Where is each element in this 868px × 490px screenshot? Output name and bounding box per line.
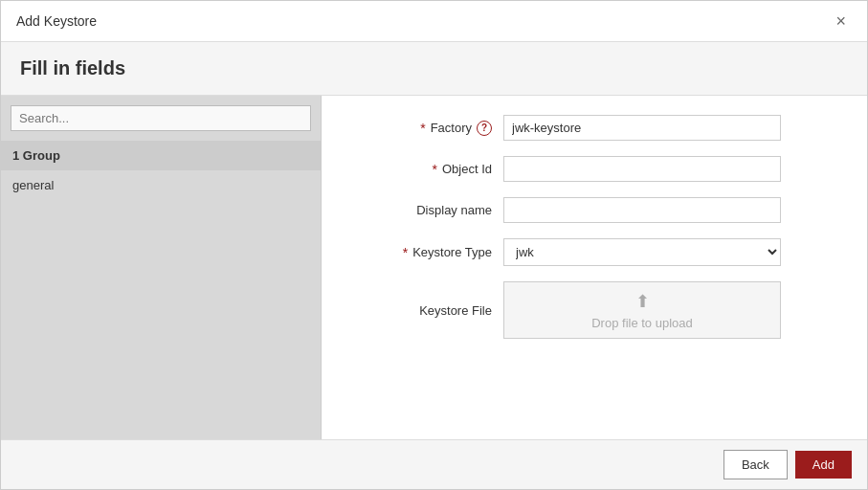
factory-required-star: * — [420, 121, 425, 136]
modal-footer: Back Add — [1, 439, 867, 489]
object-id-required-star: * — [433, 162, 437, 177]
keystore-file-row: Keystore File ⬆ Drop file to upload — [350, 281, 838, 339]
sidebar: 1 Group general — [1, 96, 322, 439]
keystore-type-row: * Keystore Type jwk — [350, 238, 838, 266]
subheader-title: Fill in fields — [20, 57, 848, 79]
factory-info-icon[interactable]: ? — [477, 121, 492, 136]
object-id-row: * Object Id — [350, 156, 838, 182]
content-area: * Factory ? * Object Id Display name — [322, 96, 867, 439]
add-button[interactable]: Add — [795, 451, 852, 479]
keystore-file-label: Keystore File — [350, 303, 503, 318]
keystore-type-select[interactable]: jwk — [503, 238, 781, 266]
display-name-input[interactable] — [503, 197, 781, 223]
search-input[interactable] — [11, 105, 311, 131]
object-id-label: * Object Id — [350, 162, 503, 177]
add-keystore-modal: Add Keystore × Fill in fields 1 Group ge… — [0, 0, 868, 490]
factory-label: * Factory ? — [350, 121, 503, 136]
drop-text: Drop file to upload — [591, 316, 693, 330]
sidebar-item-general[interactable]: general — [1, 170, 321, 200]
modal-header: Add Keystore × — [1, 1, 867, 42]
modal-title: Add Keystore — [16, 13, 97, 29]
object-id-input[interactable] — [503, 156, 781, 182]
back-button[interactable]: Back — [723, 450, 788, 479]
factory-input[interactable] — [503, 115, 781, 141]
modal-body: 1 Group general * Factory ? * Object Id — [1, 96, 867, 439]
display-name-row: Display name — [350, 197, 838, 223]
file-drop-zone[interactable]: ⬆ Drop file to upload — [503, 281, 781, 339]
factory-row: * Factory ? — [350, 115, 838, 141]
modal-subheader: Fill in fields — [1, 42, 867, 96]
close-button[interactable]: × — [830, 11, 852, 32]
keystore-type-required-star: * — [403, 245, 408, 260]
upload-icon: ⬆ — [635, 291, 650, 312]
search-container — [1, 96, 321, 141]
keystore-type-label: * Keystore Type — [350, 245, 503, 260]
group-header: 1 Group — [1, 141, 321, 170]
display-name-label: Display name — [350, 203, 503, 217]
